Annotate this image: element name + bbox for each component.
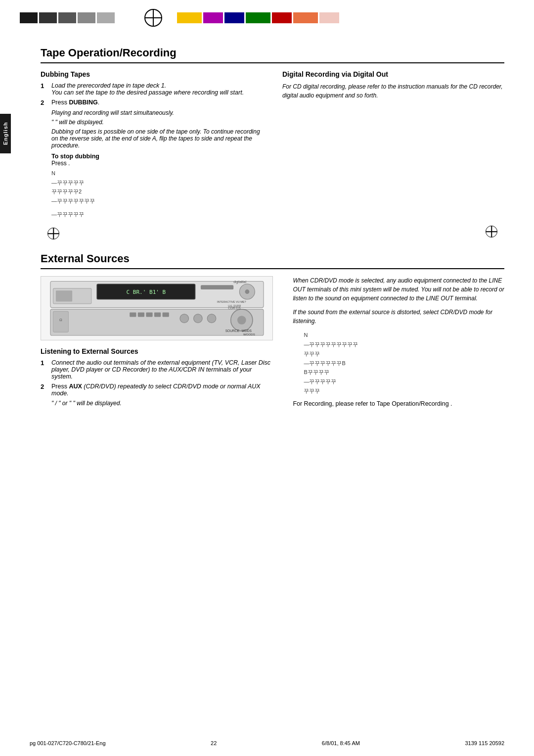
color-bar <box>0 0 534 27</box>
color-block-3 <box>58 12 76 23</box>
tape-section: Tape Operation/Recording Dubbing Tapes 1… <box>41 47 504 219</box>
color-block-2 <box>39 12 57 23</box>
svg-text:WOODS: WOODS <box>243 333 255 336</box>
to-stop-title: To stop dubbing <box>51 153 263 160</box>
svg-point-5 <box>245 289 249 294</box>
digital-recording-col: Digital Recording via Digital Out For CD… <box>282 70 504 219</box>
step-2: 2 Press DUBBING. <box>41 99 263 106</box>
svg-point-19 <box>237 316 246 325</box>
dubbing-bold: DUBBING <box>69 99 97 106</box>
svg-rect-3 <box>201 285 233 289</box>
step-2-body: Dubbing of tapes is possible on one side… <box>51 128 263 149</box>
device-svg: C BR.' B1' B digitalital <box>47 279 267 339</box>
color-bar-left <box>20 12 115 23</box>
footer-timestamp: 6/8/01, 8:45 AM <box>322 740 360 746</box>
page-footer: pg 001-027/C720-C780/21-Eng 22 6/8/01, 8… <box>0 740 534 746</box>
svg-text:LVL SURR: LVL SURR <box>228 304 241 307</box>
color-block-5 <box>97 12 115 23</box>
aux-bold: AUX <box>69 383 82 390</box>
english-tab: English <box>0 114 11 153</box>
svg-rect-13 <box>154 312 161 317</box>
crosshair-mid-right <box>41 226 499 237</box>
ext-right-col: When CDR/DVD mode is selected, any audio… <box>293 276 504 409</box>
digital-heading: Digital Recording via Digital Out <box>282 70 504 78</box>
footer-left: pg 001-027/C720-C780/21-Eng <box>30 740 106 746</box>
svg-text:Ω: Ω <box>59 318 62 322</box>
ext-right-block2: If the sound from the external source is… <box>293 308 504 326</box>
step-2-sub1: Playing and recording will start simulta… <box>51 109 263 116</box>
listening-heading: Listening to External Sources <box>41 347 273 355</box>
color-block-1 <box>20 12 38 23</box>
step-1-main: Load the prerecorded tape in tape deck 1… <box>51 82 166 89</box>
ext-step-1-num: 1 <box>41 359 47 380</box>
ext-step-2-num: 2 <box>41 383 47 397</box>
color-block-r4 <box>246 12 270 23</box>
svg-point-17 <box>207 314 216 323</box>
color-block-r2 <box>203 12 223 23</box>
external-section: External Sources C BR.' B1' B <box>41 252 504 409</box>
footer-page-num: 22 <box>211 740 217 746</box>
step-2-sub2: " " will be displayed. <box>51 119 263 126</box>
ext-step-2-content: Press AUX (CDR/DVD) repeatedly to select… <box>51 383 273 397</box>
external-divider <box>41 268 504 269</box>
color-block-r5 <box>272 12 292 23</box>
ext-right-block1: When CDR/DVD mode is selected, any audio… <box>293 276 504 303</box>
svg-rect-10 <box>130 312 136 317</box>
ext-step-1-content: Connect the audio out terminals of the e… <box>51 359 273 380</box>
color-block-r1 <box>177 12 202 23</box>
garbled-block: N —꾸꾸꾸꾸꾸 꾸꾸꾸꾸꾸2 —꾸꾸꾸꾸꾸꾸꾸 —꾸꾸꾸꾸꾸 <box>51 169 263 219</box>
step-1-content: Load the prerecorded tape in tape deck 1… <box>51 82 263 96</box>
step-1-note: You can set the tape to the desired pass… <box>51 89 244 96</box>
step-2-content: Press DUBBING. <box>51 99 263 106</box>
footer-right: 3139 115 20592 <box>465 740 504 746</box>
step-2-num: 2 <box>41 99 47 106</box>
to-stop-body: Press . <box>51 160 263 167</box>
tape-divider <box>41 62 504 63</box>
svg-rect-8 <box>56 290 72 301</box>
color-block-4 <box>78 12 95 23</box>
tape-two-col: Dubbing Tapes 1 Load the prerecorded tap… <box>41 70 504 219</box>
svg-text:INTERACTIVE VU ME?: INTERACTIVE VU ME? <box>217 300 246 303</box>
external-section-title: External Sources <box>41 252 504 265</box>
ext-step-1-main: Connect the audio out terminals of the e… <box>51 359 270 380</box>
svg-point-16 <box>193 314 202 323</box>
color-block-r6 <box>293 12 318 23</box>
ext-garbled: N —꾸꾸꾸꾸꾸꾸꾸꾸꾸 꾸꾸꾸 —꾸꾸꾸꾸꾸꾸B B꾸꾸꾸꾸 —꾸꾸꾸꾸꾸 꾸… <box>304 331 504 395</box>
ext-step-2-sub: " / " or " " will be displayed. <box>51 400 273 407</box>
svg-text:C BR.' B1' B: C BR.' B1' B <box>126 289 166 295</box>
digital-body: For CD digital recording, please refer t… <box>282 82 504 100</box>
ext-step-2: 2 Press AUX (CDR/DVD) repeatedly to sele… <box>41 383 273 397</box>
step-1: 1 Load the prerecorded tape in tape deck… <box>41 82 263 96</box>
svg-text:SOURCE: SOURCE <box>225 329 239 332</box>
svg-rect-14 <box>162 312 169 317</box>
main-content: Tape Operation/Recording Dubbing Tapes 1… <box>11 27 534 419</box>
svg-text:WDDS: WDDS <box>242 329 252 332</box>
color-block-r3 <box>224 12 244 23</box>
ext-left-col: C BR.' B1' B digitalital <box>41 276 273 409</box>
color-block-r7 <box>319 12 339 23</box>
device-image: C BR.' B1' B digitalital <box>41 276 273 340</box>
crosshair-top <box>144 9 162 27</box>
svg-text:digitalital: digitalital <box>233 280 246 284</box>
svg-rect-11 <box>137 312 144 317</box>
dubbing-heading: Dubbing Tapes <box>41 70 263 78</box>
svg-point-15 <box>180 314 189 323</box>
step-1-num: 1 <box>41 82 47 96</box>
svg-rect-12 <box>146 312 152 317</box>
ext-step-1: 1 Connect the audio out terminals of the… <box>41 359 273 380</box>
tape-section-title: Tape Operation/Recording <box>41 47 504 59</box>
for-recording: For Recording, please refer to Tape Oper… <box>293 400 504 407</box>
color-bar-right <box>177 12 339 23</box>
ext-two-col: C BR.' B1' B digitalital <box>41 276 504 409</box>
to-stop-block: To stop dubbing Press . <box>51 153 263 167</box>
dubbing-col: Dubbing Tapes 1 Load the prerecorded tap… <box>41 70 263 219</box>
